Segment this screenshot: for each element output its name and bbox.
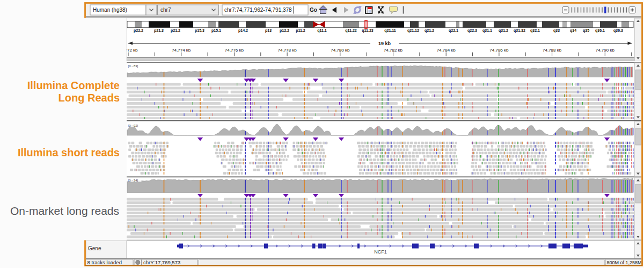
svg-text:p21.3: p21.3 [154, 28, 164, 33]
svg-text:q21.12: q21.12 [407, 28, 419, 33]
svg-text:74,774 kb: 74,774 kb [172, 48, 191, 53]
svg-text:q33: q33 [553, 28, 560, 33]
svg-text:chr7:74,771,962-74,791,378: chr7:74,771,962-74,791,378 [224, 7, 292, 13]
svg-text:p21.2: p21.2 [171, 28, 180, 33]
svg-text:74,786 kb: 74,786 kb [489, 48, 509, 53]
svg-text:q11.23: q11.23 [362, 28, 374, 33]
svg-text:q22.1: q22.1 [449, 28, 458, 33]
svg-text:q36.3: q36.3 [613, 28, 623, 33]
svg-text:[0 - 83]: [0 - 83] [128, 64, 138, 68]
svg-text:Illumina short reads: Illumina short reads [18, 147, 120, 158]
svg-text:chr7: chr7 [160, 7, 171, 13]
svg-text:Illumina Complete: Illumina Complete [27, 79, 120, 91]
svg-text:q32.1: q32.1 [530, 28, 540, 33]
svg-text:800M of 1,258M: 800M of 1,258M [607, 260, 642, 265]
svg-text:8 tracks loaded: 8 tracks loaded [87, 259, 122, 265]
svg-text:Go: Go [310, 7, 317, 13]
svg-text:74,776 kb: 74,776 kb [225, 48, 244, 53]
svg-text:p12.2: p12.2 [280, 28, 289, 33]
svg-text:chrY:17,769,573: chrY:17,769,573 [143, 259, 180, 265]
svg-text:q31.1: q31.1 [482, 28, 492, 33]
svg-text:On-market long reads: On-market long reads [10, 205, 119, 217]
svg-text:74,784 kb: 74,784 kb [437, 48, 456, 53]
svg-text:Long Reads: Long Reads [58, 92, 120, 104]
svg-text:74,788 kb: 74,788 kb [543, 48, 562, 53]
svg-text:q22.3: q22.3 [467, 28, 477, 33]
svg-text:q11.1: q11.1 [317, 28, 327, 33]
svg-text:q21.2: q21.2 [425, 28, 434, 33]
svg-text:p15.1: p15.1 [211, 28, 221, 33]
svg-text:NCF1: NCF1 [374, 249, 387, 255]
svg-text:Human (hg38): Human (hg38) [93, 7, 127, 13]
svg-text:74,778 kb: 74,778 kb [278, 48, 297, 53]
svg-text:p14.2: p14.2 [238, 28, 248, 33]
svg-text:q31.2: q31.2 [499, 28, 508, 33]
svg-text:q21.11: q21.11 [384, 28, 396, 33]
svg-text:[0 - 34]: [0 - 34] [128, 179, 138, 182]
svg-text:[0 - 92]: [0 - 92] [128, 124, 138, 127]
svg-text:p15.3: p15.3 [195, 28, 204, 33]
svg-text:q35: q35 [583, 28, 589, 33]
svg-text:Gene: Gene [88, 245, 101, 251]
svg-text:p13: p13 [265, 28, 272, 33]
svg-text:q11.22: q11.22 [345, 28, 357, 33]
svg-text:q34: q34 [570, 28, 576, 33]
svg-text:74,782 kb: 74,782 kb [384, 48, 403, 53]
svg-text:19 kb: 19 kb [378, 41, 391, 46]
svg-text:q36.1: q36.1 [595, 28, 605, 33]
svg-text:74,790 kb: 74,790 kb [596, 48, 615, 53]
svg-text:q31.32: q31.32 [514, 28, 525, 33]
svg-text:p11.2: p11.2 [296, 28, 305, 33]
svg-text:p22.2: p22.2 [134, 28, 143, 33]
svg-text:74,780 kb: 74,780 kb [331, 48, 350, 53]
